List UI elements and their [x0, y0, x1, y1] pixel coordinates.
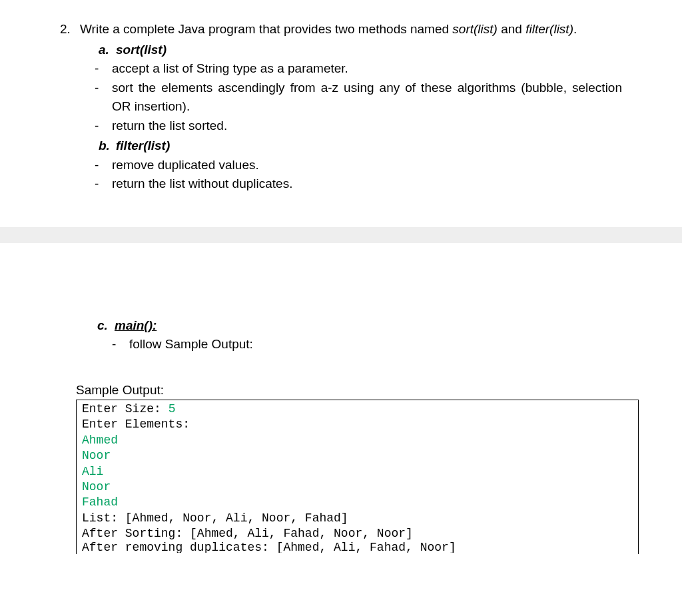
- part-a-bullet: - return the list sorted.: [95, 117, 622, 136]
- output-line: Fahad: [82, 495, 633, 510]
- output-line: Noor: [82, 479, 633, 495]
- part-a-letter: a.: [99, 41, 116, 60]
- output-line: After Sorting: [Ahmed, Ali, Fahad, Noor,…: [82, 526, 633, 541]
- dash-icon: -: [95, 59, 112, 79]
- part-c-item-0: follow Sample Output:: [129, 335, 639, 354]
- question-intro-em1: sort(list): [452, 22, 498, 36]
- part-c-title: main():: [115, 316, 157, 336]
- output-line: Enter Size: 5: [82, 402, 633, 417]
- part-b-letter: b.: [99, 137, 116, 156]
- part-b-item-0: remove duplicated values.: [112, 156, 622, 175]
- part-c-bullet: - follow Sample Output:: [112, 335, 639, 354]
- output-line: Noor: [82, 448, 633, 463]
- question-2: 2. Write a complete Java program that pr…: [60, 20, 622, 194]
- output-line: Ahmed: [82, 433, 633, 448]
- part-a-bullet: - sort the elements ascendingly from a-z…: [95, 79, 622, 117]
- part-c-letter: c.: [97, 316, 115, 336]
- page-divider-band: [0, 227, 682, 243]
- part-a-item-0: accept a list of String type as a parame…: [112, 59, 622, 79]
- sample-output-box: Enter Size: 5 Enter Elements: Ahmed Noor…: [76, 400, 639, 554]
- question-intro-1: Write a complete Java program that provi…: [80, 22, 452, 36]
- dash-icon: -: [95, 156, 112, 175]
- question-intro-2: and: [498, 22, 525, 36]
- output-line: List: [Ahmed, Noor, Ali, Noor, Fahad]: [82, 511, 633, 526]
- part-a-item-2: return the list sorted.: [112, 117, 622, 136]
- part-b-bullet: - remove duplicated values.: [95, 156, 622, 175]
- question-intro-3: .: [573, 22, 577, 36]
- output-line: Enter Elements:: [82, 417, 633, 432]
- part-b-item-1: return the list without duplicates.: [112, 174, 622, 194]
- dash-icon: -: [112, 335, 129, 354]
- question-number: 2.: [60, 20, 80, 39]
- part-a-title: sort(list): [116, 41, 167, 60]
- sample-output-label: Sample Output:: [60, 381, 639, 400]
- part-b-title: filter(list): [116, 137, 170, 156]
- output-line-cutoff: After removing duplicates: [Ahmed, Ali, …: [82, 542, 633, 553]
- part-b-header: b. filter(list): [99, 137, 622, 156]
- output-line: Ali: [82, 464, 633, 479]
- part-b-bullet: - return the list without duplicates.: [95, 174, 622, 194]
- part-a-item-1: sort the elements ascendingly from a-z u…: [112, 79, 622, 117]
- dash-icon: -: [95, 79, 112, 98]
- part-a-bullet: - accept a list of String type as a para…: [95, 59, 622, 79]
- part-c-header: c. main():: [97, 316, 639, 336]
- question-intro-em2: filter(list): [525, 22, 573, 36]
- dash-icon: -: [95, 174, 112, 194]
- dash-icon: -: [95, 117, 112, 136]
- part-a-header: a. sort(list): [99, 41, 622, 60]
